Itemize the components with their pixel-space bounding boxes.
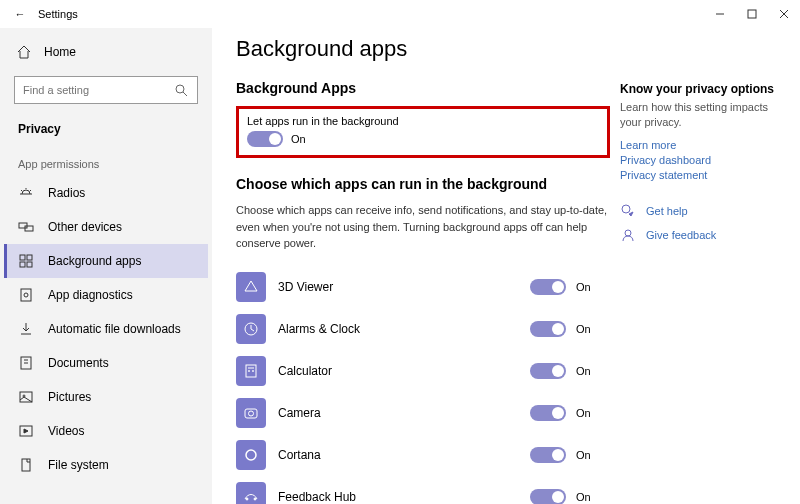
svg-rect-23 <box>246 365 256 377</box>
nav-icon <box>18 253 34 269</box>
sidebar-item-pictures[interactable]: Pictures <box>4 380 208 414</box>
nav-label: Documents <box>48 356 109 370</box>
app-toggle-state: On <box>576 323 591 335</box>
info-link[interactable]: Privacy dashboard <box>620 154 790 166</box>
app-row: Feedback Hub On <box>236 476 620 505</box>
search-icon <box>173 82 189 98</box>
app-toggle[interactable] <box>530 489 566 505</box>
svg-point-29 <box>246 450 256 460</box>
app-icon <box>236 398 266 428</box>
close-button[interactable] <box>768 0 800 28</box>
app-row: Camera On <box>236 392 620 434</box>
master-toggle[interactable] <box>247 131 283 147</box>
app-icon <box>236 356 266 386</box>
nav-label: App diagnostics <box>48 288 133 302</box>
nav-icon <box>18 185 34 201</box>
nav-label: File system <box>48 458 109 472</box>
svg-point-33 <box>625 230 631 236</box>
app-icon <box>236 482 266 505</box>
app-toggle[interactable] <box>530 279 566 295</box>
sidebar-item-app-diagnostics[interactable]: App diagnostics <box>4 278 208 312</box>
feedback-icon <box>620 227 636 243</box>
nav-label: Background apps <box>48 254 141 268</box>
svg-point-31 <box>254 498 256 500</box>
back-icon[interactable]: ← <box>10 8 30 20</box>
app-row: 3D Viewer On <box>236 266 620 308</box>
sidebar-item-other-devices[interactable]: Other devices <box>4 210 208 244</box>
svg-rect-21 <box>22 459 30 471</box>
app-name: Alarms & Clock <box>278 322 530 336</box>
sidebar-item-videos[interactable]: Videos <box>4 414 208 448</box>
page-title: Background apps <box>236 36 620 62</box>
nav-icon <box>18 321 34 337</box>
get-help-link[interactable]: Get help <box>620 203 790 219</box>
svg-point-26 <box>253 370 254 371</box>
nav-icon <box>18 287 34 303</box>
nav-label: Automatic file downloads <box>48 322 181 336</box>
app-toggle-state: On <box>576 281 591 293</box>
svg-rect-27 <box>245 409 257 418</box>
info-text: Learn how this setting impacts your priv… <box>620 100 790 131</box>
window-title: Settings <box>38 8 78 20</box>
app-toggle[interactable] <box>530 447 566 463</box>
nav-icon <box>18 457 34 473</box>
nav-icon <box>18 355 34 371</box>
app-name: 3D Viewer <box>278 280 530 294</box>
home-nav[interactable]: Home <box>4 36 208 68</box>
svg-line-5 <box>183 92 187 96</box>
feedback-label: Give feedback <box>646 229 716 241</box>
app-icon <box>236 440 266 470</box>
app-row: Cortana On <box>236 434 620 476</box>
section-heading: Background Apps <box>236 80 620 96</box>
app-icon <box>236 272 266 302</box>
app-icon <box>236 314 266 344</box>
sidebar-item-documents[interactable]: Documents <box>4 346 208 380</box>
nav-label: Pictures <box>48 390 91 404</box>
info-heading: Know your privacy options <box>620 82 790 96</box>
sidebar-item-file-system[interactable]: File system <box>4 448 208 482</box>
svg-marker-20 <box>24 429 28 433</box>
sidebar-item-automatic-file-downloads[interactable]: Automatic file downloads <box>4 312 208 346</box>
app-toggle[interactable] <box>530 405 566 421</box>
nav-icon <box>18 389 34 405</box>
maximize-button[interactable] <box>736 0 768 28</box>
home-icon <box>16 44 32 60</box>
sidebar-item-background-apps[interactable]: Background apps <box>4 244 208 278</box>
app-name: Calculator <box>278 364 530 378</box>
give-feedback-link[interactable]: Give feedback <box>620 227 790 243</box>
master-toggle-state: On <box>291 133 306 145</box>
info-link[interactable]: Privacy statement <box>620 169 790 181</box>
help-label: Get help <box>646 205 688 217</box>
search-input[interactable] <box>14 76 198 104</box>
sidebar-item-radios[interactable]: Radios <box>4 176 208 210</box>
search-field[interactable] <box>23 84 173 96</box>
app-toggle-state: On <box>576 491 591 503</box>
minimize-button[interactable] <box>704 0 736 28</box>
app-row: Calculator On <box>236 350 620 392</box>
main-content: Background apps Background Apps Let apps… <box>236 32 620 504</box>
svg-rect-1 <box>748 10 756 18</box>
svg-point-25 <box>249 370 250 371</box>
section-label: App permissions <box>4 146 208 176</box>
app-toggle[interactable] <box>530 321 566 337</box>
info-link[interactable]: Learn more <box>620 139 790 151</box>
svg-point-30 <box>246 498 248 500</box>
nav-label: Other devices <box>48 220 122 234</box>
app-toggle-state: On <box>576 365 591 377</box>
svg-rect-8 <box>20 255 25 260</box>
section-description: Choose which apps can receive info, send… <box>236 202 610 252</box>
home-label: Home <box>44 45 76 59</box>
svg-point-28 <box>249 411 254 416</box>
titlebar: ← Settings <box>0 0 800 28</box>
sidebar: Home Privacy App permissions RadiosOther… <box>0 28 212 504</box>
svg-rect-11 <box>27 262 32 267</box>
nav-icon <box>18 219 34 235</box>
svg-point-4 <box>176 85 184 93</box>
app-row: Alarms & Clock On <box>236 308 620 350</box>
app-name: Cortana <box>278 448 530 462</box>
info-pane: Know your privacy options Learn how this… <box>620 32 790 504</box>
app-toggle[interactable] <box>530 363 566 379</box>
svg-point-13 <box>24 293 28 297</box>
master-toggle-label: Let apps run in the background <box>247 115 599 127</box>
section-heading-2: Choose which apps can run in the backgro… <box>236 176 620 192</box>
